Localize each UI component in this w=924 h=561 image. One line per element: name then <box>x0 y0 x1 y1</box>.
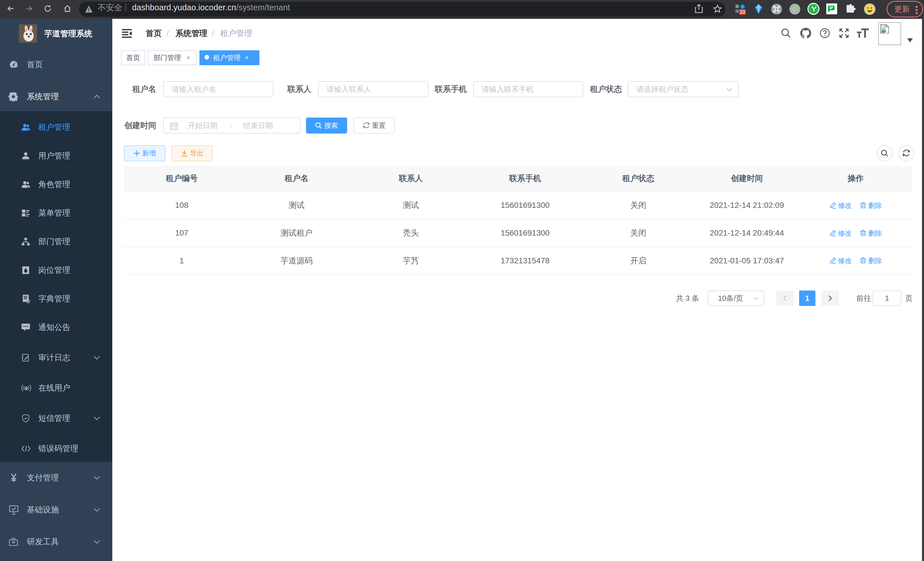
svg-text:10: 10 <box>740 9 745 15</box>
